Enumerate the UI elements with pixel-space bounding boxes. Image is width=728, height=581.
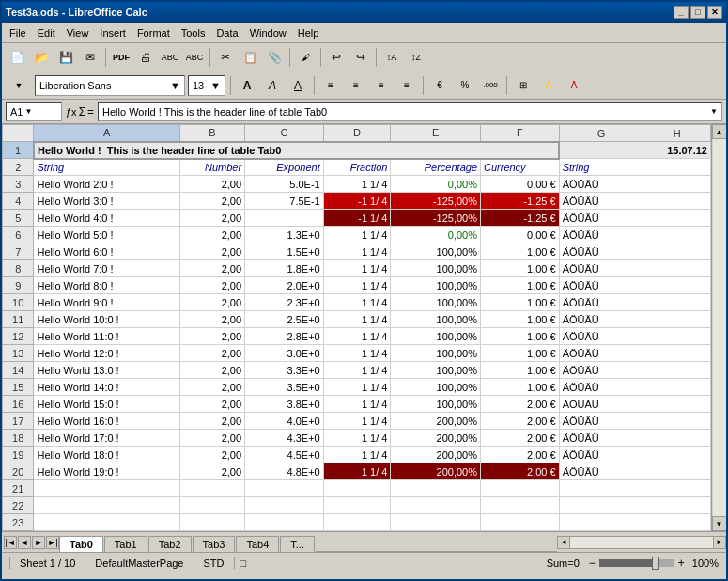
cell-b23[interactable] [179, 514, 244, 531]
cell-a9[interactable]: Hello World 8:0 ! [34, 277, 179, 294]
cell-e20[interactable]: 200,00% [391, 463, 481, 480]
underline-button[interactable]: A [287, 74, 309, 97]
pdf-button[interactable]: PDF [110, 46, 132, 69]
cell-b20[interactable]: 2,00 [179, 463, 244, 480]
cell-c22[interactable] [245, 497, 324, 514]
cell-d10[interactable]: 1 1/ 4 [323, 294, 391, 311]
font-color-button[interactable]: A [563, 74, 585, 97]
row-num-11[interactable]: 11 [3, 311, 34, 328]
sheet-tab-tab1[interactable]: Tab1 [104, 536, 147, 552]
menu-data[interactable]: Data [210, 25, 243, 40]
tab-nav-last[interactable]: ►| [46, 536, 59, 549]
row-num-7[interactable]: 7 [3, 243, 34, 260]
cell-d9[interactable]: 1 1/ 4 [323, 277, 391, 294]
cell-c2[interactable]: Exponent [245, 159, 324, 176]
menu-format[interactable]: Format [132, 25, 176, 40]
cell-a5[interactable]: Hello World 4:0 ! [34, 210, 179, 227]
zoom-out-icon[interactable]: − [589, 557, 596, 570]
cell-b13[interactable]: 2,00 [179, 345, 244, 362]
cell-c8[interactable]: 1.8E+0 [245, 260, 324, 277]
cell-d8[interactable]: 1 1/ 4 [323, 260, 391, 277]
cell-c19[interactable]: 4.5E+0 [245, 447, 324, 463]
cell-e6[interactable]: 0,00% [391, 227, 481, 243]
menu-edit[interactable]: Edit [32, 25, 61, 40]
cell-c7[interactable]: 1.5E+0 [245, 243, 324, 260]
h-scroll-left[interactable]: ◄ [557, 536, 570, 549]
cell-c20[interactable]: 4.8E+0 [245, 463, 324, 480]
row-num-16[interactable]: 16 [3, 396, 34, 413]
cell-e8[interactable]: 100,00% [391, 260, 481, 277]
percent-button[interactable]: % [454, 74, 476, 97]
clone-button[interactable]: 🖌 [294, 46, 317, 69]
cell-a14[interactable]: Hello World 13:0 ! [34, 362, 179, 379]
cell-c21[interactable] [245, 480, 324, 497]
scroll-down-button[interactable]: ▼ [712, 516, 727, 531]
cell-d7[interactable]: 1 1/ 4 [323, 243, 391, 260]
cell-d13[interactable]: 1 1/ 4 [323, 345, 391, 362]
cell-a16[interactable]: Hello World 15:0 ! [34, 396, 179, 413]
decimal-add-button[interactable]: .000 [479, 74, 502, 97]
formula-dropdown[interactable]: ▼ [710, 107, 718, 116]
cell-a7[interactable]: Hello World 6:0 ! [34, 243, 179, 260]
cell-a4[interactable]: Hello World 3:0 ! [34, 193, 179, 210]
cell-a8[interactable]: Hello World 7:0 ! [34, 260, 179, 277]
cell-a19[interactable]: Hello World 18:0 ! [34, 447, 179, 463]
sort2-button[interactable]: ↕Z [405, 46, 427, 69]
cell-a23[interactable] [34, 514, 179, 531]
redo-button[interactable]: ↪ [349, 46, 372, 69]
cell-e18[interactable]: 200,00% [391, 430, 481, 447]
cell-g5[interactable]: ÄÖÜÄÜ [559, 210, 643, 227]
menu-help[interactable]: Help [292, 25, 325, 40]
cell-d20[interactable]: 1 1/ 4 [323, 463, 391, 480]
cell-d15[interactable]: 1 1/ 4 [323, 379, 391, 396]
cell-f3[interactable]: 0,00 € [481, 176, 560, 193]
cell-b19[interactable]: 2,00 [179, 447, 244, 463]
cell-b15[interactable]: 2,00 [179, 379, 244, 396]
menu-file[interactable]: File [4, 25, 32, 40]
row-num-13[interactable]: 13 [3, 345, 34, 362]
currency-button[interactable]: € [428, 74, 451, 97]
cell-d11[interactable]: 1 1/ 4 [323, 311, 391, 328]
cell-h23[interactable] [643, 514, 711, 531]
cell-b2[interactable]: Number [179, 159, 244, 176]
cell-h6[interactable] [643, 227, 711, 243]
cell-e22[interactable] [391, 497, 481, 514]
cell-h10[interactable] [643, 294, 711, 311]
cell-g10[interactable]: ÄÖÜÄÜ [559, 294, 643, 311]
cell-b16[interactable]: 2,00 [179, 396, 244, 413]
bg-color-button[interactable]: A [537, 74, 560, 97]
row-num-8[interactable]: 8 [3, 260, 34, 277]
cell-d3[interactable]: 1 1/ 4 [323, 176, 391, 193]
col-header-g[interactable]: G [559, 125, 643, 142]
cell-h11[interactable] [643, 311, 711, 328]
cell-ref-dropdown[interactable]: ▼ [24, 107, 32, 116]
col-header-h[interactable]: H [643, 125, 711, 142]
row-num-4[interactable]: 4 [3, 193, 34, 210]
cell-e4[interactable]: -125,00% [391, 193, 481, 210]
cell-e21[interactable] [391, 480, 481, 497]
sum-icon[interactable]: Σ [79, 105, 85, 118]
cell-f11[interactable]: 1,00 € [481, 311, 560, 328]
cell-a13[interactable]: Hello World 12:0 ! [34, 345, 179, 362]
row-num-17[interactable]: 17 [3, 413, 34, 430]
cell-a22[interactable] [34, 497, 179, 514]
cell-d21[interactable] [323, 480, 391, 497]
cell-d2[interactable]: Fraction [323, 159, 391, 176]
cell-h9[interactable] [643, 277, 711, 294]
cell-a20[interactable]: Hello World 19:0 ! [34, 463, 179, 480]
cell-h20[interactable] [643, 463, 711, 480]
cell-g7[interactable]: ÄÖÜÄÜ [559, 243, 643, 260]
cell-e12[interactable]: 100,00% [391, 328, 481, 345]
italic-button[interactable]: A [261, 74, 284, 97]
cell-h4[interactable] [643, 193, 711, 210]
cell-g4[interactable]: ÄÖÜÄÜ [559, 193, 643, 210]
row-num-18[interactable]: 18 [3, 430, 34, 447]
cell-f15[interactable]: 1,00 € [481, 379, 560, 396]
sheet-tab-more[interactable]: T... [280, 536, 315, 552]
row-num-10[interactable]: 10 [3, 294, 34, 311]
cell-b18[interactable]: 2,00 [179, 430, 244, 447]
cell-g8[interactable]: ÄÖÜÄÜ [559, 260, 643, 277]
sort-button[interactable]: ↕A [380, 46, 403, 69]
col-header-e[interactable]: E [391, 125, 481, 142]
scroll-track[interactable] [713, 139, 726, 516]
